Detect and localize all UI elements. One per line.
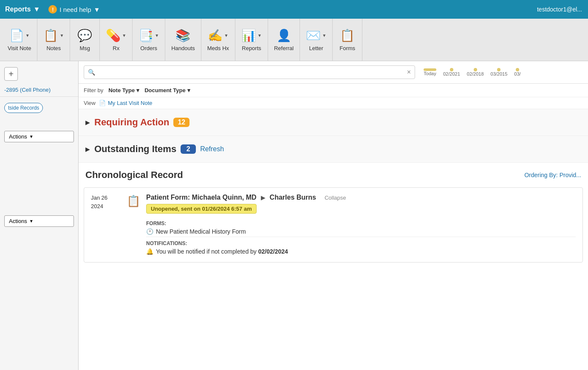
toolbar-notes[interactable]: 📋 ▼ Notes — [37, 19, 70, 61]
record-entry: Jan 26 2024 📋 Patient Form: Michaela Qui… — [84, 187, 583, 263]
forms-label: Forms — [339, 45, 355, 51]
visit-note-label: Visit Note — [8, 45, 31, 51]
document-type-dropdown[interactable]: Document Type ▾ — [144, 87, 190, 93]
timeline-2015: 03/2015 — [491, 68, 508, 76]
chronological-record-header: Chronological Record Ordering By: Provid… — [79, 163, 588, 184]
main-layout: + -2895 (Cell Phone) tside Records Actio… — [0, 61, 588, 370]
orders-icon: 📑 — [139, 28, 153, 42]
timeline-03: 03/ — [514, 68, 520, 76]
search-bar: 🔍 × Today 02/2021 02/2018 — [79, 61, 588, 84]
forms-icon: 📋 — [340, 28, 355, 42]
reports-menu[interactable]: Reports ▼ — [5, 6, 40, 13]
requiring-action-badge: 12 — [173, 118, 189, 127]
collapse-button[interactable]: Collapse — [325, 195, 346, 201]
referral-label: Referral — [274, 45, 294, 51]
record-body: Patient Form: Michaela Quinn, MD ▶ Charl… — [146, 194, 576, 256]
record-direction-arrow: ▶ — [261, 194, 266, 201]
view-label: View — [84, 100, 96, 106]
outside-records-tag[interactable]: tside Records — [4, 103, 43, 113]
ordering-value[interactable]: Provid... — [560, 172, 581, 178]
notes-icon: 📋 — [43, 28, 58, 42]
requiring-action-toggle[interactable]: ▶ — [85, 119, 90, 126]
notifications-section-label: NOTIFICATIONS: — [146, 240, 576, 246]
toolbar-orders[interactable]: 📑 ▼ Orders — [133, 19, 165, 61]
requiring-action-section: ▶ Requiring Action 12 — [79, 109, 588, 136]
toolbar-forms[interactable]: 📋 Forms — [333, 19, 362, 61]
meds-hx-icon: ✍️ — [208, 28, 223, 42]
search-icon: 🔍 — [88, 69, 95, 76]
sidebar: + -2895 (Cell Phone) tside Records Actio… — [0, 61, 79, 370]
toolbar-referral[interactable]: 👤 Referral — [268, 19, 300, 61]
outstanding-items-header: ▶ Outstanding Items 2 Refresh — [85, 144, 581, 155]
reports-toolbar-icon: 📊 — [241, 28, 256, 42]
user-menu[interactable]: testdoctor1@el... — [531, 0, 588, 19]
letter-icon: ✉️ — [306, 28, 321, 42]
rx-label: Rx — [113, 45, 119, 51]
notes-label: Notes — [46, 45, 61, 51]
reports-toolbar-label: Reports — [242, 45, 261, 51]
add-button[interactable]: + — [4, 67, 18, 81]
orders-label: Orders — [140, 45, 157, 51]
note-type-dropdown[interactable]: Note Type ▾ — [108, 87, 139, 93]
visit-note-icon: 📄 — [9, 28, 24, 42]
help-arrow: ▼ — [94, 6, 100, 13]
toolbar: 📄 ▼ Visit Note 📋 ▼ Notes 💬 Msg 💊 ▼ Rx 📑 … — [0, 19, 588, 61]
toolbar-handouts[interactable]: 📚 Handouts — [165, 19, 201, 61]
search-input-wrap: 🔍 × — [84, 65, 415, 79]
letter-label: Letter — [309, 45, 323, 51]
record-entry-header: Jan 26 2024 📋 Patient Form: Michaela Qui… — [91, 194, 576, 256]
doc-icon: 📄 — [99, 100, 106, 106]
timeline-area: Today 02/2021 02/2018 03/2015 03/ — [420, 68, 582, 76]
content-area: 🔍 × Today 02/2021 02/2018 — [79, 61, 588, 370]
filter-bar: Filter by Note Type ▾ Document Type ▾ — [79, 84, 588, 97]
record-title-row: Patient Form: Michaela Quinn, MD ▶ Charl… — [146, 194, 576, 201]
outstanding-items-section: ▶ Outstanding Items 2 Refresh — [79, 136, 588, 163]
form-item: 🕐 New Patient Medical History Form — [146, 228, 576, 235]
requiring-action-title[interactable]: Requiring Action — [94, 117, 169, 128]
timeline-2018: 02/2018 — [467, 68, 484, 76]
divider — [146, 237, 576, 237]
reports-label: Reports — [5, 6, 31, 13]
last-visit-note-label: My Last Visit Note — [108, 100, 153, 106]
toolbar-letter[interactable]: ✉️ ▼ Letter — [300, 19, 333, 61]
filter-by-label: Filter by — [84, 87, 103, 93]
toolbar-reports[interactable]: 📊 ▼ Reports — [235, 19, 268, 61]
handouts-icon: 📚 — [175, 28, 190, 42]
outstanding-items-title[interactable]: Outstanding Items — [94, 144, 176, 155]
user-label: testdoctor1@el... — [537, 6, 582, 13]
last-visit-note-link[interactable]: 📄 My Last Visit Note — [99, 100, 153, 106]
actions-button-1[interactable]: Actions ▼ — [4, 131, 74, 142]
toolbar-visit-note[interactable]: 📄 ▼ Visit Note — [2, 19, 37, 61]
rx-icon: 💊 — [106, 28, 121, 42]
record-status-badge: Unopened, sent on 01/26/2024 6:57 am — [146, 204, 257, 214]
outside-records-area: tside Records — [4, 103, 74, 113]
record-date: Jan 26 2024 — [91, 194, 121, 210]
forms-section-label: FORMS: — [146, 220, 576, 226]
reports-arrow: ▼ — [33, 6, 40, 13]
msg-label: Msg — [80, 45, 90, 51]
notification-item: 🔔 You will be notified if not completed … — [146, 248, 576, 255]
record-form-icon: 📋 — [127, 195, 140, 208]
refresh-link[interactable]: Refresh — [200, 145, 224, 153]
ordering-by: Ordering By: Provid... — [524, 172, 581, 178]
search-clear-icon[interactable]: × — [407, 68, 411, 76]
referral-icon: 👤 — [277, 28, 291, 42]
msg-icon: 💬 — [77, 28, 92, 42]
timeline-2021: 02/2021 — [443, 68, 460, 76]
chronological-record-title: Chronological Record — [85, 169, 183, 181]
record-patient: Charles Burns — [270, 194, 316, 201]
help-label: I need help — [59, 6, 91, 13]
toolbar-msg[interactable]: 💬 Msg — [70, 19, 100, 61]
toolbar-rx[interactable]: 💊 ▼ Rx — [100, 19, 133, 61]
actions-button-2[interactable]: Actions ▼ — [4, 215, 74, 227]
phone-number: -2895 (Cell Phone) — [0, 83, 78, 97]
search-input[interactable] — [84, 65, 415, 79]
handouts-label: Handouts — [171, 45, 195, 51]
outstanding-items-toggle[interactable]: ▶ — [85, 146, 90, 153]
record-title: Patient Form: Michaela Quinn, MD — [146, 194, 257, 201]
timeline-today: Today — [424, 68, 436, 76]
help-menu[interactable]: ! I need help ▼ — [48, 5, 100, 14]
view-bar: View 📄 My Last Visit Note — [79, 97, 588, 109]
clock-icon: 🕐 — [146, 228, 153, 235]
toolbar-meds-hx[interactable]: ✍️ ▼ Meds Hx — [201, 19, 235, 61]
